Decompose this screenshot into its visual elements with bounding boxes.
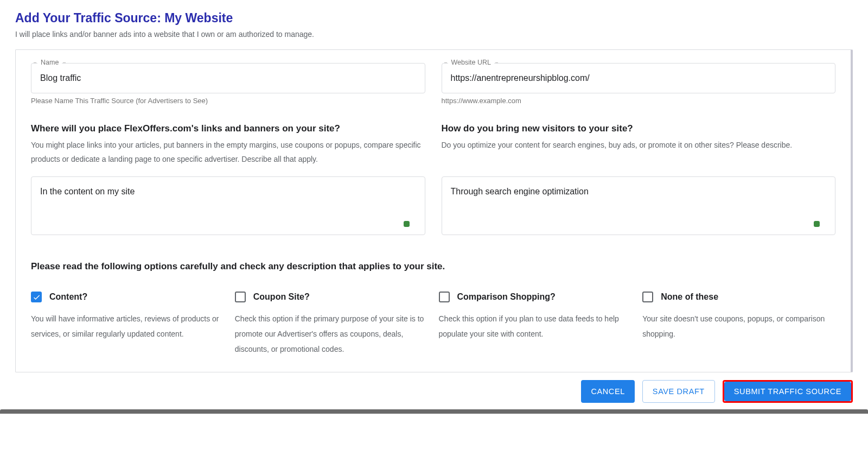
form-card: Name Please Name This Traffic Source (fo… [15, 49, 853, 372]
url-field-wrapper[interactable]: Website URL [442, 63, 836, 93]
coupon-checkbox[interactable] [235, 292, 246, 302]
url-helper: https://www.example.com [442, 97, 836, 105]
placement-heading: Where will you place FlexOffers.com's li… [31, 123, 425, 134]
submit-highlight: SUBMIT TRAFFIC SOURCE [723, 380, 853, 403]
bottom-shadow [0, 409, 868, 414]
page-title: Add Your Traffic Source: My Website [15, 11, 853, 26]
checkmark-icon [33, 293, 41, 301]
comparison-checkbox[interactable] [439, 292, 450, 302]
name-label: Name [37, 59, 62, 66]
url-input[interactable] [451, 73, 827, 83]
page-subtitle: I will place links and/or banner ads int… [15, 30, 853, 39]
coupon-option-desc: Check this option if the primary purpose… [235, 311, 428, 357]
visitors-heading: How do you bring new visitors to your si… [442, 123, 836, 134]
content-checkbox-label: Content? [49, 292, 87, 302]
content-checkbox[interactable] [31, 292, 42, 302]
url-label: Website URL [448, 59, 494, 66]
name-helper: Please Name This Traffic Source (for Adv… [31, 97, 425, 105]
visitors-desc: Do you optimize your content for search … [442, 138, 836, 167]
comparison-option-desc: Check this option if you plan to use dat… [439, 311, 632, 341]
placement-desc: You might place links into your articles… [31, 138, 425, 167]
name-field-wrapper[interactable]: Name [31, 63, 425, 93]
none-checkbox[interactable] [642, 292, 653, 302]
visitors-textarea-wrapper[interactable] [442, 176, 836, 235]
name-input[interactable] [40, 73, 416, 83]
grammarly-icon[interactable] [814, 221, 820, 227]
visitors-textarea[interactable] [451, 187, 827, 225]
submit-button[interactable]: SUBMIT TRAFFIC SOURCE [724, 382, 851, 401]
none-checkbox-label: None of these [661, 292, 718, 302]
grammarly-icon[interactable] [404, 221, 410, 227]
footer-actions: CANCEL SAVE DRAFT SUBMIT TRAFFIC SOURCE [15, 372, 853, 409]
coupon-checkbox-label: Coupon Site? [253, 292, 310, 302]
options-heading: Please read the following options carefu… [31, 261, 835, 272]
cancel-button[interactable]: CANCEL [581, 380, 634, 403]
placement-textarea[interactable] [40, 187, 416, 225]
none-option-desc: Your site doesn't use coupons, popups, o… [642, 311, 835, 341]
content-option-desc: You will have informative articles, revi… [31, 311, 224, 341]
save-draft-button[interactable]: SAVE DRAFT [642, 380, 715, 403]
comparison-checkbox-label: Comparison Shopping? [457, 292, 556, 302]
placement-textarea-wrapper[interactable] [31, 176, 425, 235]
